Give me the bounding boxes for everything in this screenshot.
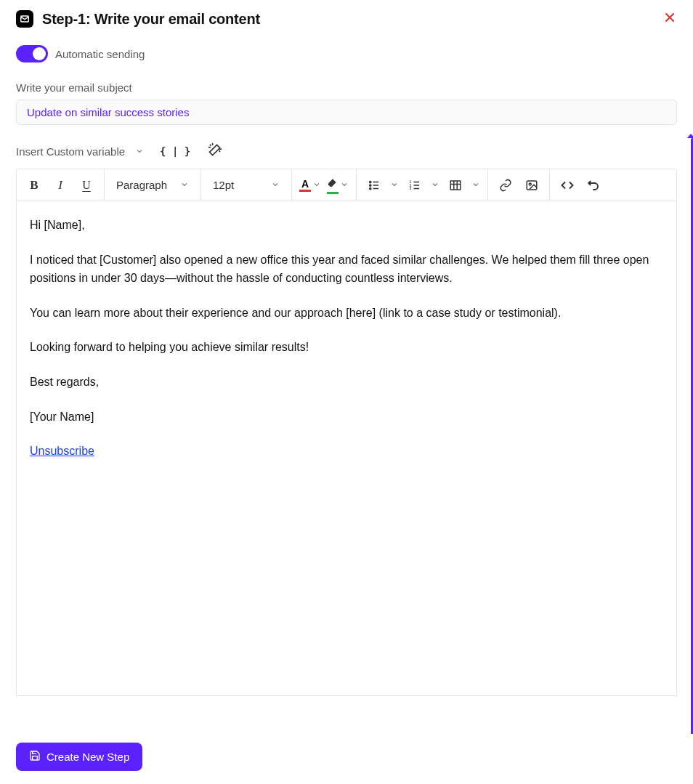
chevron-down-icon [135, 145, 144, 158]
insert-custom-variable-label: Insert Custom variable [16, 145, 125, 158]
editor: B I U Paragraph 12pt A [16, 169, 677, 696]
svg-point-1 [370, 181, 371, 182]
chevron-down-icon [271, 179, 280, 191]
svg-text:3: 3 [410, 186, 412, 190]
body-paragraph-3: Looking forward to helping you achieve s… [30, 338, 663, 357]
auto-sending-label: Automatic sending [55, 48, 145, 60]
close-icon[interactable] [662, 10, 677, 28]
italic-button[interactable]: I [50, 175, 70, 195]
highlight-color-button[interactable] [327, 177, 349, 194]
modal-header: Step-1: Write your email content [0, 0, 693, 35]
page-title: Step-1: Write your email content [42, 11, 260, 28]
highlighter-icon [327, 177, 339, 191]
auto-sending-toggle[interactable] [16, 45, 48, 62]
svg-point-3 [370, 187, 371, 189]
subject-label: Write your email subject [16, 81, 677, 94]
insert-variable-braces-button[interactable]: { | } [157, 144, 193, 158]
image-button[interactable] [522, 175, 542, 195]
text-color-button[interactable]: A [299, 179, 321, 192]
body-signoff: Best regards, [30, 373, 663, 392]
chevron-down-icon[interactable] [471, 179, 480, 192]
svg-rect-13 [450, 181, 461, 190]
chevron-down-icon[interactable] [431, 179, 439, 192]
create-new-step-button[interactable]: Create New Step [16, 743, 142, 771]
subject-input[interactable] [16, 100, 677, 125]
svg-point-2 [370, 184, 371, 185]
modal-footer: Create New Step [0, 734, 693, 784]
body-paragraph-1: I noticed that [Customer] also opened a … [30, 251, 663, 288]
editor-toolbar: B I U Paragraph 12pt A [17, 169, 676, 201]
editor-body[interactable]: Hi [Name], I noticed that [Customer] als… [17, 201, 676, 695]
link-button[interactable] [495, 175, 516, 195]
font-size-dropdown[interactable]: 12pt [208, 179, 284, 191]
insert-custom-variable-dropdown[interactable]: Insert Custom variable [16, 145, 144, 158]
chevron-down-icon [180, 179, 189, 191]
table-button[interactable] [445, 175, 466, 195]
bold-button[interactable]: B [24, 175, 44, 195]
body-signature: [Your Name] [30, 408, 663, 427]
chevron-down-icon [312, 179, 321, 192]
paragraph-style-dropdown[interactable]: Paragraph [112, 179, 193, 191]
save-icon [29, 750, 41, 764]
font-size-label: 12pt [213, 179, 264, 191]
chevron-down-icon [340, 179, 349, 192]
underline-button[interactable]: U [76, 175, 97, 195]
auto-sending-row: Automatic sending [0, 35, 693, 68]
bullet-list-button[interactable] [364, 175, 384, 195]
magic-wand-button[interactable] [206, 141, 224, 161]
mail-icon [16, 10, 33, 28]
numbered-list-button[interactable]: 123 [405, 175, 425, 195]
body-greeting: Hi [Name], [30, 216, 663, 235]
svg-point-18 [529, 183, 531, 185]
unsubscribe-link[interactable]: Unsubscribe [30, 445, 94, 457]
code-view-button[interactable] [557, 175, 578, 195]
create-new-step-label: Create New Step [46, 751, 129, 763]
undo-button[interactable] [583, 175, 604, 195]
body-paragraph-2: You can learn more about their experienc… [30, 304, 663, 323]
chevron-down-icon[interactable] [390, 179, 399, 192]
paragraph-style-label: Paragraph [116, 179, 173, 191]
